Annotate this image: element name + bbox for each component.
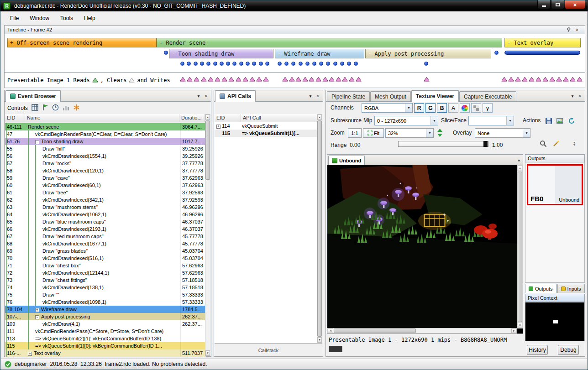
write-marker-icon[interactable] [349, 77, 355, 82]
tab-mesh-output[interactable]: Mesh Output [370, 91, 411, 101]
draw-call-dot[interactable] [226, 62, 230, 66]
close-button[interactable]: × [565, 0, 585, 9]
draw-call-dot[interactable] [187, 62, 191, 66]
write-marker-icon[interactable] [570, 77, 576, 82]
event-row[interactable]: 113=> vkQueueSubmit(2)[1]: vkEndCommandB… [5, 335, 206, 342]
event-row[interactable]: 47vkCmdBeginRenderPass(C=Clear, D=Clear,… [5, 130, 206, 138]
bookmark-icon[interactable] [73, 104, 80, 112]
write-marker-icon[interactable] [302, 77, 308, 82]
api-call-row[interactable]: +114vkQueueSubmit [215, 122, 318, 130]
right-panel-close-icon[interactable]: × [576, 93, 583, 99]
mip-combo[interactable]: 0 - 1272x690 ▾ [374, 116, 438, 125]
texture-canvas[interactable]: ▴ ▾ ◂ ▸ [327, 165, 523, 334]
scroll-up-icon[interactable]: ▴ [518, 166, 522, 171]
canvas-hscrollbar[interactable]: ◂ ▸ [327, 328, 517, 334]
draw-call-dot[interactable] [494, 51, 499, 55]
api-calls-column-header[interactable]: EID API Call [215, 114, 322, 122]
event-browser-scrollbar[interactable]: ▴ ▾ [205, 114, 210, 356]
api-calls-menu-icon[interactable]: ▾ [307, 93, 314, 99]
draw-call-dot[interactable] [206, 62, 210, 66]
write-marker-icon[interactable] [501, 77, 507, 82]
write-marker-icon[interactable] [424, 77, 430, 82]
event-row[interactable]: 46-111Render scene3064.7... [5, 123, 206, 130]
draw-call-dot[interactable] [319, 62, 323, 66]
write-marker-icon[interactable] [356, 77, 362, 82]
texture-tab-dropdown-icon[interactable]: ▾ [518, 158, 523, 165]
histogram-wand-button[interactable] [552, 140, 560, 149]
write-marker-icon[interactable] [336, 77, 341, 82]
draw-call-dot[interactable] [200, 62, 204, 66]
draw-call-dot[interactable] [312, 62, 316, 66]
tree-expander[interactable]: - [35, 315, 39, 319]
api-calls-close-icon[interactable]: × [314, 93, 321, 99]
write-marker-icon[interactable] [295, 77, 301, 82]
write-marker-icon[interactable] [522, 77, 528, 82]
write-marker-icon[interactable] [187, 77, 193, 82]
export-image-button[interactable] [555, 116, 565, 125]
tab-texture-viewer[interactable]: Texture Viewer [411, 90, 459, 102]
write-marker-icon[interactable] [194, 77, 200, 82]
write-marker-icon[interactable] [263, 77, 269, 82]
write-marker-icon[interactable] [536, 77, 541, 82]
scrollbar-thumb[interactable] [205, 120, 210, 180]
scroll-down-icon[interactable]: ▾ [317, 337, 322, 343]
scrollbar-thumb[interactable] [334, 328, 416, 333]
tree-expander[interactable]: + [28, 352, 32, 356]
write-marker-icon[interactable] [249, 77, 255, 82]
tab-api-calls[interactable]: API Calls [215, 90, 256, 102]
write-marker-icon[interactable] [236, 77, 242, 82]
timeline-header[interactable]: Timeline - Frame #2 × [4, 25, 585, 34]
timeline-block-toon-shading[interactable]: - Toon shading draw [169, 49, 273, 58]
draw-call-dot[interactable] [333, 62, 337, 66]
range-slider-thumb[interactable] [483, 141, 488, 147]
write-marker-icon[interactable] [208, 77, 214, 82]
scroll-left-icon[interactable]: ◂ [328, 328, 333, 333]
draw-call-dot[interactable] [278, 62, 282, 66]
event-row[interactable]: 115=> vkQueueSubmit(1)[0]: vkBeginComman… [5, 342, 206, 349]
channels-combo[interactable]: RGBA ▾ [362, 103, 413, 113]
write-marker-icon[interactable] [309, 77, 315, 82]
texture-image[interactable] [327, 165, 517, 328]
menu-file[interactable]: File [5, 13, 24, 23]
draw-call-dot[interactable] [299, 62, 303, 66]
draw-call-dot[interactable] [239, 62, 243, 66]
color-wheel-button[interactable] [460, 103, 470, 113]
draw-call-dot[interactable] [424, 62, 428, 66]
draw-call-dot[interactable] [347, 62, 351, 66]
scroll-up-icon[interactable]: ▴ [317, 115, 322, 120]
tab-outputs[interactable]: Outputs [525, 284, 556, 293]
menu-tools[interactable]: Tools [55, 13, 79, 23]
scroll-down-icon[interactable]: ▾ [518, 323, 522, 328]
tab-event-browser[interactable]: Event Browser [5, 90, 61, 102]
write-marker-icon[interactable] [282, 77, 288, 82]
pin-icon[interactable] [565, 26, 572, 33]
debug-button[interactable]: Debug [558, 345, 579, 355]
write-marker-icon[interactable] [577, 77, 583, 82]
api-calls-scrollbar[interactable]: ▴ ▾ [317, 114, 322, 343]
scrollbar-thumb[interactable] [518, 172, 522, 322]
scroll-right-icon[interactable]: ▸ [511, 328, 517, 333]
toolbar-overflow-icon[interactable]: ▾▾ [573, 141, 575, 146]
tree-expander[interactable]: + [216, 125, 220, 129]
scroll-up-icon[interactable]: ▴ [205, 115, 210, 120]
write-marker-icon[interactable] [221, 77, 227, 82]
draw-call-dot[interactable] [213, 62, 217, 66]
draw-call-dot[interactable] [259, 62, 263, 66]
gamma-button[interactable]: γ [483, 103, 493, 113]
zoom-combo[interactable]: 32% ▾ [385, 128, 434, 138]
pixel-context-view[interactable] [525, 302, 585, 341]
timeline-block-render-scene[interactable]: - Render scene [157, 38, 502, 47]
range-slider[interactable] [398, 141, 488, 147]
draw-call-dot[interactable] [220, 62, 224, 66]
write-marker-icon[interactable] [563, 77, 569, 82]
flip-y-button[interactable] [437, 129, 443, 138]
write-marker-icon[interactable] [215, 77, 220, 82]
overlay-combo[interactable]: None ▾ [475, 128, 530, 138]
write-marker-icon[interactable] [329, 77, 335, 82]
draw-call-dot[interactable] [232, 62, 236, 66]
tab-inputs[interactable]: Inputs [557, 284, 585, 293]
zoom-fit-button[interactable]: Fit [363, 128, 384, 138]
draw-call-dot[interactable] [194, 62, 198, 66]
write-marker-icon[interactable] [342, 77, 348, 82]
write-marker-icon[interactable] [242, 77, 248, 82]
